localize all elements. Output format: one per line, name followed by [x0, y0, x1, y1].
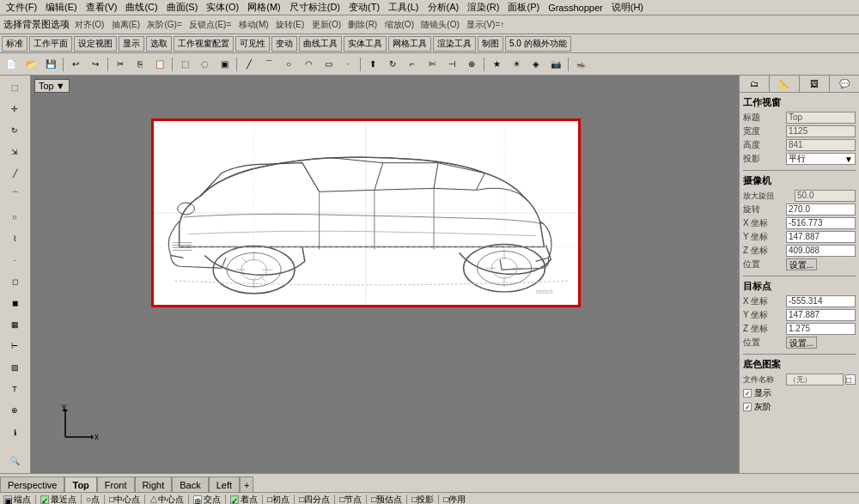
draw-curve-btn[interactable]: ⌒: [2, 185, 27, 205]
menu-help[interactable]: 说明(H): [607, 0, 648, 15]
move-btn[interactable]: ✛: [2, 99, 27, 119]
bg-grayscale-checkbox[interactable]: ✓: [743, 403, 752, 411]
rotate-btn[interactable]: ↻: [2, 120, 27, 141]
menu-tools[interactable]: 工具(L): [384, 0, 423, 15]
menu-dimension[interactable]: 尺寸标注(D): [285, 0, 344, 15]
trim-icon[interactable]: ✄: [423, 55, 442, 74]
light-icon[interactable]: ☀: [507, 55, 526, 74]
hatch-btn[interactable]: ▨: [2, 357, 27, 378]
snap-endpoint-checkbox[interactable]: ▣: [3, 495, 12, 504]
snap-intersection[interactable]: ⊕ 交点: [193, 494, 221, 505]
prop-projection-dropdown[interactable]: 平行 ▼: [786, 153, 856, 165]
grasshopper-icon[interactable]: 🦗: [571, 55, 590, 74]
open-icon[interactable]: 📂: [21, 55, 40, 74]
tab-top[interactable]: Top: [64, 477, 96, 492]
prop-cam-z-value[interactable]: 409.088: [786, 245, 856, 257]
mesh-btn[interactable]: ▦: [2, 314, 27, 335]
snap-perp[interactable]: □预估点: [371, 494, 402, 505]
tab-back[interactable]: Back: [172, 477, 208, 492]
dim-btn[interactable]: ⊢: [2, 336, 27, 356]
tb-standard[interactable]: 标准: [2, 36, 27, 52]
lasso-icon[interactable]: ◌: [195, 55, 214, 74]
redo-icon[interactable]: ↪: [86, 55, 105, 74]
tb-extra[interactable]: 5.0 的额外功能: [505, 36, 571, 52]
tab-left[interactable]: Left: [209, 477, 240, 492]
fillet-icon[interactable]: ⌐: [403, 55, 422, 74]
snap-quadrant[interactable]: □四分点: [299, 494, 330, 505]
menu-panel[interactable]: 面板(P): [503, 0, 544, 15]
tb-render-tools[interactable]: 渲染工具: [433, 36, 476, 52]
tab-notes[interactable]: 💬: [830, 76, 859, 92]
snap-intersection-checkbox[interactable]: ⊕: [193, 495, 202, 504]
tb-viewport-config[interactable]: 工作视窗配置: [174, 36, 234, 52]
snap-nearest[interactable]: ✓ 最近点: [40, 494, 76, 505]
viewport-label[interactable]: Top ▼: [34, 79, 70, 93]
snap-midpoint[interactable]: △中心点: [149, 494, 184, 505]
paste-icon[interactable]: 📋: [150, 55, 169, 74]
text-btn[interactable]: T: [2, 379, 27, 399]
tb-mesh-tools[interactable]: 网格工具: [388, 36, 431, 52]
tab-view[interactable]: 📐: [770, 76, 800, 92]
select-icon[interactable]: ⬚: [175, 55, 194, 74]
material-icon[interactable]: ◈: [527, 55, 545, 74]
tab-properties[interactable]: 🗂: [740, 76, 770, 92]
undo-icon[interactable]: ↩: [66, 55, 85, 74]
tb-select[interactable]: 选取: [146, 36, 172, 52]
solid-btn[interactable]: ◼: [2, 293, 27, 313]
revolve-icon[interactable]: ↻: [383, 55, 402, 74]
point-icon[interactable]: ·: [338, 55, 357, 74]
tab-front[interactable]: Front: [97, 477, 135, 492]
scale-btn[interactable]: ⇲: [2, 142, 27, 162]
menu-curve[interactable]: 曲线(C): [121, 0, 161, 15]
menu-transform[interactable]: 变动(T): [344, 0, 384, 15]
cam-set-position-button[interactable]: 设置...: [786, 258, 817, 270]
cut-icon[interactable]: ✂: [111, 55, 130, 74]
menu-view[interactable]: 查看(V): [82, 0, 122, 15]
snap-point[interactable]: ○点: [86, 494, 100, 505]
menu-mesh[interactable]: 网格(M): [243, 0, 285, 15]
tb-transform[interactable]: 变动: [271, 36, 297, 52]
render-icon[interactable]: ★: [487, 55, 506, 74]
window-icon[interactable]: ▣: [215, 55, 234, 74]
circle-icon[interactable]: ○: [279, 55, 298, 74]
snap-center[interactable]: □中心点: [109, 494, 140, 505]
snap-endpoint[interactable]: ▣ 端点: [3, 494, 31, 505]
snap-knot[interactable]: □节点: [339, 494, 362, 505]
snap-disable[interactable]: □停用: [443, 494, 466, 505]
new-icon[interactable]: 📄: [2, 55, 21, 74]
menu-file[interactable]: 文件(F): [2, 0, 41, 15]
menu-grasshopper[interactable]: Grasshopper: [544, 2, 607, 14]
layer-btn[interactable]: ⊕: [2, 400, 27, 421]
menu-solid[interactable]: 实体(O): [202, 0, 243, 15]
draw-polyline-btn[interactable]: ⌇: [2, 228, 27, 249]
rect-icon[interactable]: ▭: [319, 55, 338, 74]
tab-right[interactable]: Right: [135, 477, 173, 492]
tb-setview[interactable]: 设定视图: [74, 36, 117, 52]
extend-icon[interactable]: ⊣: [442, 55, 461, 74]
line-icon[interactable]: ╱: [240, 55, 259, 74]
snap-project[interactable]: □投影: [411, 494, 434, 505]
camera-icon[interactable]: 📷: [546, 55, 565, 74]
tb-workplane[interactable]: 工作平面: [29, 36, 72, 52]
prop-rotation-value[interactable]: 270.0: [786, 203, 856, 216]
tab-display[interactable]: 🖼: [800, 76, 830, 92]
snap-start[interactable]: □初点: [267, 494, 289, 505]
arc-icon[interactable]: ◠: [299, 55, 318, 74]
point-btn[interactable]: ·: [2, 250, 27, 270]
tb-visibility[interactable]: 可见性: [235, 36, 270, 52]
polyline-icon[interactable]: ⌒: [259, 55, 278, 74]
surface-btn[interactable]: ◻: [2, 271, 27, 292]
prop-cam-x-value[interactable]: -516.773: [786, 217, 856, 229]
extrude-icon[interactable]: ⬆: [363, 55, 382, 74]
tb-curve-tools[interactable]: 曲线工具: [299, 36, 342, 52]
snap-nearest-checkbox[interactable]: ✓: [40, 495, 49, 504]
bg-browse-button[interactable]: □: [845, 374, 856, 385]
snap-tangent-checkbox[interactable]: ✓: [230, 495, 239, 504]
tb-solid-tools[interactable]: 实体工具: [344, 36, 387, 52]
tb-drafting[interactable]: 制图: [478, 36, 503, 52]
draw-line-btn[interactable]: ╱: [2, 163, 27, 184]
tgt-set-position-button[interactable]: 设置...: [786, 337, 817, 349]
menu-analysis[interactable]: 分析(A): [423, 0, 464, 15]
prop-tgt-y-value[interactable]: 147.887: [786, 309, 856, 321]
properties-btn[interactable]: ℹ: [2, 422, 27, 443]
